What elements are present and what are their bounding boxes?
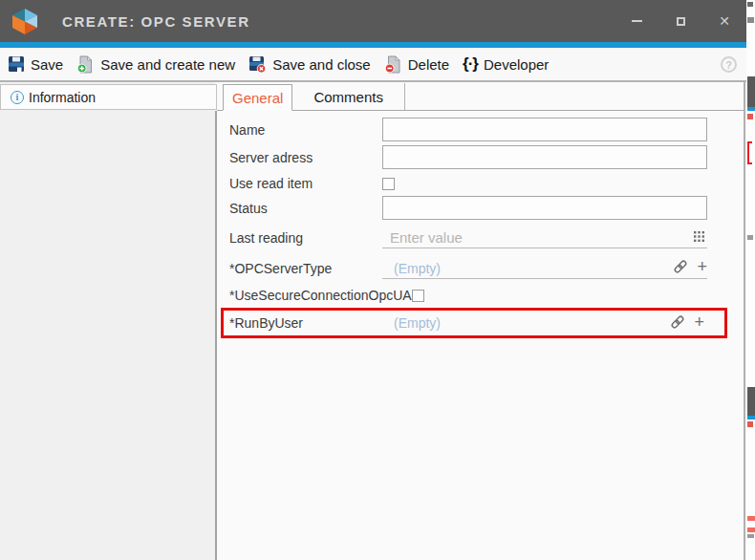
- last-reading-placeholder: Enter value: [382, 229, 463, 246]
- minimize-icon: [632, 20, 642, 22]
- close-icon: ✕: [719, 13, 730, 29]
- background-fragment: [747, 141, 752, 164]
- background-fragment: [747, 528, 755, 532]
- save-and-create-new-label: Save and create new: [100, 56, 235, 73]
- developer-braces-icon: {·}: [463, 54, 478, 74]
- minimize-button[interactable]: [615, 0, 658, 42]
- link-icon[interactable]: [673, 259, 688, 274]
- field-row-use-read-item: Use read item: [229, 175, 744, 192]
- tab-strip: General Comments: [217, 82, 744, 111]
- background-fragment: [747, 534, 754, 538]
- background-fragment: [747, 2, 753, 7]
- run-by-user-lookup[interactable]: (Empty) +: [382, 314, 704, 332]
- app-logo-icon: [12, 9, 37, 34]
- server-address-input[interactable]: [382, 145, 707, 169]
- tab-general-label: General: [232, 90, 283, 106]
- background-window-sliver: [746, 0, 755, 560]
- use-secure-connection-checkbox[interactable]: [412, 290, 424, 302]
- information-label: Information: [29, 90, 96, 105]
- toolbar: Save Save and create new Save and close: [0, 48, 746, 82]
- name-input[interactable]: [382, 118, 707, 141]
- left-panel: [0, 82, 215, 560]
- tab-comments[interactable]: Comments: [292, 83, 405, 110]
- last-reading-input[interactable]: Enter value: [382, 227, 707, 248]
- background-fragment: [747, 17, 754, 23]
- information-section-header[interactable]: i Information: [0, 84, 217, 110]
- tab-comments-label: Comments: [313, 89, 383, 105]
- create-opc-server-dialog: CREATE: OPC SERVER ✕ Save Sav: [0, 0, 755, 560]
- server-address-label: Server adress: [229, 150, 382, 165]
- run-by-user-highlight: *RunByUser (Empty) +: [221, 308, 727, 338]
- save-label: Save: [31, 56, 63, 73]
- help-button[interactable]: ?: [721, 56, 737, 73]
- link-icon[interactable]: [670, 314, 685, 330]
- main-right-border: [744, 82, 745, 560]
- add-icon[interactable]: +: [694, 316, 704, 329]
- delete-icon: [384, 55, 402, 74]
- developer-label: Developer: [484, 56, 549, 73]
- use-read-item-label: Use read item: [229, 176, 382, 191]
- status-label: Status: [229, 201, 382, 216]
- save-button[interactable]: Save: [8, 55, 63, 73]
- background-fragment: [747, 516, 755, 521]
- window-controls: ✕: [615, 0, 746, 42]
- field-row-name: Name: [229, 118, 744, 141]
- value-grid-icon[interactable]: [694, 231, 704, 242]
- background-fragment: [747, 114, 753, 119]
- field-row-use-secure-connection: *UseSecureConnectionOpcUA: [229, 287, 744, 304]
- save-and-close-label: Save and close: [272, 56, 371, 73]
- help-icon: ?: [725, 59, 732, 71]
- close-button[interactable]: ✕: [702, 0, 746, 42]
- field-row-last-reading: Last reading Enter value: [229, 227, 744, 248]
- background-fragment: [747, 235, 753, 240]
- save-and-create-new-button[interactable]: Save and create new: [76, 55, 235, 74]
- background-fragment: [747, 387, 755, 416]
- title-bar: CREATE: OPC SERVER ✕: [0, 0, 746, 42]
- delete-button[interactable]: Delete: [384, 55, 449, 74]
- save-and-close-button[interactable]: Save and close: [248, 55, 371, 74]
- name-label: Name: [229, 122, 382, 138]
- tab-general[interactable]: General: [223, 84, 292, 111]
- delete-label: Delete: [408, 56, 449, 73]
- add-icon[interactable]: +: [697, 261, 707, 273]
- save-and-create-new-icon: [76, 55, 95, 74]
- use-secure-connection-label: *UseSecureConnectionOpcUA: [229, 288, 412, 303]
- opc-server-type-label: *OPCServerType: [229, 261, 382, 276]
- background-fragment: [747, 76, 755, 107]
- field-row-server-address: Server adress: [229, 145, 744, 169]
- save-icon: [8, 55, 25, 73]
- opc-server-type-value: (Empty): [382, 261, 441, 276]
- window-title: CREATE: OPC SERVER: [62, 13, 250, 30]
- background-fragment: [747, 421, 753, 427]
- run-by-user-value: (Empty): [382, 315, 441, 331]
- background-fragment: [747, 107, 755, 111]
- run-by-user-label: *RunByUser: [229, 315, 382, 331]
- status-input[interactable]: [382, 196, 707, 220]
- opc-server-type-lookup[interactable]: (Empty) +: [382, 258, 707, 279]
- info-icon: i: [11, 91, 24, 104]
- main-area: General Comments Name Server adress Use …: [217, 82, 744, 560]
- maximize-button[interactable]: [658, 0, 702, 42]
- field-row-status: Status: [229, 196, 744, 220]
- background-fragment: [747, 416, 755, 420]
- general-form: Name Server adress Use read item Status …: [217, 111, 744, 338]
- last-reading-label: Last reading: [229, 230, 382, 246]
- use-read-item-checkbox[interactable]: [382, 178, 395, 190]
- save-and-close-icon: [248, 55, 267, 74]
- developer-button[interactable]: {·} Developer: [463, 54, 549, 74]
- field-row-opc-server-type: *OPCServerType (Empty) +: [229, 258, 744, 279]
- maximize-icon: [677, 17, 685, 26]
